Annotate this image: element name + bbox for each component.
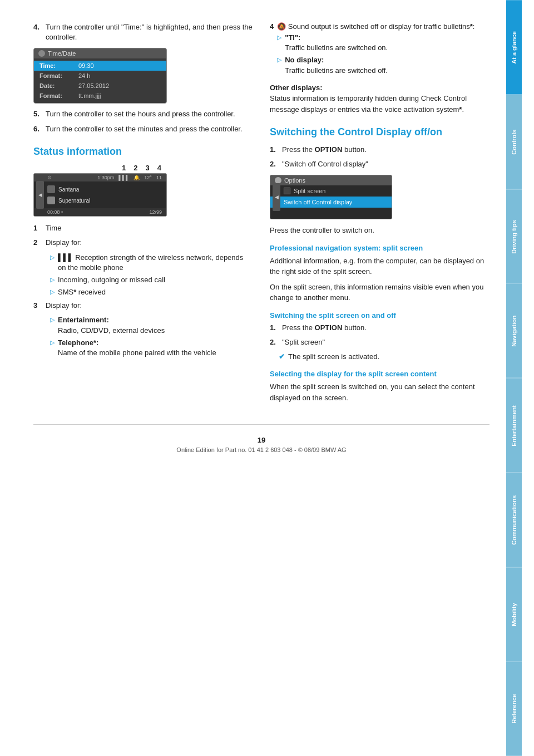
- switch-step-1-num: 1.: [270, 145, 279, 155]
- sidebar-tab-mobility[interactable]: Mobility: [506, 567, 522, 662]
- arrow-icon-4: ▷: [50, 316, 56, 335]
- legend-2-sub-2: ▷ Incoming, outgoing or missed call: [50, 275, 253, 285]
- legend-3-sub-1: ▷ Entertainment:Radio, CD/DVD, external …: [50, 315, 253, 335]
- row-value-3: 27.05.2012: [78, 82, 161, 89]
- split-screen-checkbox[interactable]: [284, 188, 290, 194]
- song-name-2: Supernatural: [58, 198, 90, 204]
- legend-2-text: Display for:: [46, 238, 82, 248]
- legend-1-text: Time: [46, 223, 61, 233]
- legend-3-sub-2-text: Telephone*:Name of the mobile phone pair…: [58, 338, 216, 358]
- legend-2-sub-1: ▷ ▌▌▌ Reception strength of the wireless…: [50, 253, 253, 273]
- sidebar-tab-communications[interactable]: Communications: [506, 473, 522, 567]
- left-column: 4. Turn the controller until "Time:" is …: [33, 22, 253, 408]
- row-label-3: Date:: [39, 82, 78, 89]
- legend-2-sub-1-text: ▌▌▌ Reception strength of the wireless n…: [58, 253, 253, 273]
- options-screen: ◀ Options Split screen S: [270, 175, 392, 219]
- tab-label-navigation: Navigation: [511, 316, 517, 347]
- row-value-4: tt.mm.jjjj: [78, 92, 161, 99]
- legend-1: 1 Time: [33, 223, 253, 233]
- legend-2-sub-3-text: SMS* received: [58, 287, 106, 297]
- checkmark-icon: ✔: [279, 352, 285, 362]
- legend-2: 2 Display for:: [33, 238, 253, 248]
- other-displays-label: Other displays:: [270, 84, 323, 92]
- other-displays-text: Status information is temporarily hidden…: [270, 94, 467, 114]
- split-step-2-text: "Split screen": [282, 337, 325, 347]
- switch-step-2: 2. "Switch off Control display": [270, 159, 490, 169]
- nav-arrow-left: ◀: [38, 192, 42, 198]
- switch-step-1: 1. Press the OPTION button.: [270, 145, 490, 155]
- screen-row-3: Date: 27.05.2012: [34, 81, 166, 91]
- step-4-right: 4 🔕 Sound output is switched off or disp…: [270, 22, 490, 78]
- options-title-bar: Options: [270, 175, 392, 185]
- screen-row-2: Format: 24 h: [34, 71, 166, 81]
- status-top-bar: ⚙ 1:30pm ▌▌▌ 🔔 12° 11: [34, 174, 166, 181]
- right-column: 4 🔕 Sound output is switched off or disp…: [270, 22, 490, 408]
- screen-title: Time/Date: [48, 50, 76, 57]
- screen-title-bar: Time/Date: [34, 48, 166, 58]
- legend-3-text: Display for:: [46, 301, 82, 311]
- signal-icon: ▌▌▌: [118, 175, 129, 180]
- sidebar-tab-at-a-glance[interactable]: At a glance: [506, 0, 522, 95]
- options-title-text: Options: [284, 177, 305, 184]
- step-6: 6. Turn the controller to set the minute…: [33, 124, 253, 134]
- nav-button-left[interactable]: ◀: [36, 181, 44, 209]
- no-display-item: ▷ No display:Traffic bulletins are switc…: [277, 55, 474, 75]
- temp-display: 12°: [144, 175, 152, 180]
- page-footer: 19 Online Edition for Part no. 01 41 2 6…: [33, 424, 490, 459]
- split-screen-option[interactable]: Split screen: [270, 185, 392, 197]
- split-checkmark: ✔ The split screen is activated.: [279, 352, 490, 362]
- arrow-ti: ▷: [277, 33, 283, 53]
- options-nav-button[interactable]: ◀: [273, 183, 280, 211]
- status-screen-container: 1 2 3 4 ◀ ⚙: [33, 164, 167, 217]
- legend-3: 3 Display for:: [33, 301, 253, 311]
- switch-step-1-text: Press the OPTION button.: [282, 145, 367, 155]
- row-value-1: 09:30: [78, 62, 161, 69]
- split-screen-label: Split screen: [294, 188, 325, 194]
- tab-label-mobility: Mobility: [511, 603, 517, 626]
- song-row-2: Supernatural: [47, 195, 163, 206]
- step-4-right-text: Sound output is switched off or display …: [288, 22, 475, 31]
- sidebar-tab-entertainment[interactable]: Entertainment: [506, 378, 522, 473]
- options-nav-arrow: ◀: [275, 194, 279, 200]
- step-5: 5. Turn the controller to set the hours …: [33, 109, 253, 119]
- screen-icon: [38, 50, 45, 57]
- pro-nav-text-1: Additional information, e.g. from the co…: [270, 256, 490, 277]
- legend-2-sub-3: ▷ SMS* received: [50, 287, 253, 297]
- switching-control-heading: Switching the Control Display off/on: [270, 126, 490, 139]
- num-label-1: 1: [122, 164, 126, 172]
- row-value-2: 24 h: [78, 72, 161, 79]
- other-displays: Other displays: Status information is te…: [270, 82, 490, 115]
- arrow-icon-2: ▷: [50, 276, 56, 285]
- selecting-text: When the split screen is switched on, yo…: [270, 381, 490, 403]
- status-numbers-row: 1 2 3 4: [33, 164, 167, 172]
- time-date-screen: Time/Date Time: 09:30 Format: 24 h Date:: [33, 48, 167, 104]
- switch-off-option[interactable]: Switch off Control display: [270, 197, 392, 208]
- legend-3-num: 3: [33, 301, 42, 311]
- copyright-text: Online Edition for Part no. 01 41 2 603 …: [176, 446, 346, 453]
- screen-rows: Time: 09:30 Format: 24 h Date: 27.05.201…: [34, 58, 166, 103]
- sidebar-tabs: At a glance Controls Driving tips Naviga…: [506, 0, 522, 756]
- tab-label-reference: Reference: [511, 694, 517, 724]
- row-label-4: Format:: [39, 92, 78, 99]
- sidebar-tab-controls[interactable]: Controls: [506, 95, 522, 189]
- arrow-icon-3: ▷: [50, 288, 56, 297]
- tab-label-entertainment: Entertainment: [511, 405, 517, 446]
- song-icon-1: [47, 185, 55, 193]
- sidebar-tab-reference[interactable]: Reference: [506, 661, 522, 756]
- step-4-number: 4.: [33, 22, 42, 42]
- tab-label-at-a-glance: At a glance: [511, 31, 517, 64]
- legend-3-sub-1-text: Entertainment:Radio, CD/DVD, external de…: [58, 315, 165, 335]
- ti-item: ▷ "TI":Traffic bulletins are switched on…: [277, 33, 474, 53]
- status-screen: ◀ ⚙ 1:30pm ▌▌▌ 🔔 12° 11: [33, 173, 167, 217]
- sidebar-tab-navigation[interactable]: Navigation: [506, 283, 522, 378]
- status-bar-left: ⚙: [47, 175, 52, 180]
- status-info-heading: Status information: [33, 145, 253, 158]
- song-icon-2: [47, 197, 55, 204]
- selecting-heading: Selecting the display for the split scre…: [270, 370, 490, 378]
- song-list: Santana Supernatural: [34, 181, 166, 208]
- sidebar-tab-driving-tips[interactable]: Driving tips: [506, 189, 522, 284]
- step-5-number: 5.: [33, 109, 42, 119]
- switch-step-2-num: 2.: [270, 159, 279, 169]
- legend-1-num: 1: [33, 223, 42, 233]
- num-label-4: 4: [157, 164, 161, 172]
